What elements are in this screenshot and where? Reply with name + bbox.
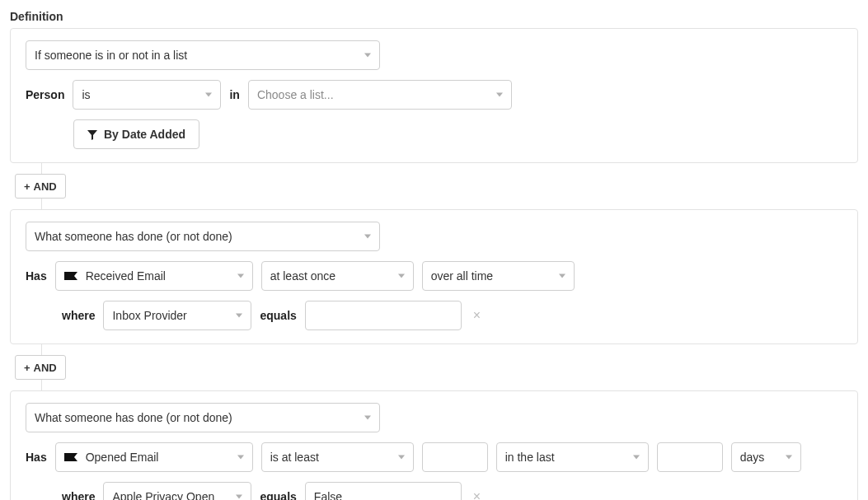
chevron-down-icon [559,274,565,278]
condition-type-label: If someone is in or not in a list [35,49,187,62]
timeframe-label: over all time [431,269,493,283]
where-op: equals [260,309,296,322]
date-filter-label: By Date Added [104,128,185,141]
flag-icon [64,453,77,461]
timeframe-select[interactable]: in the last [496,442,649,472]
where-value-input[interactable]: False [305,482,462,500]
and-label: AND [34,180,57,193]
time-unit-select[interactable]: days [731,442,801,472]
where-field-label: Apple Privacy Open [112,490,214,500]
count-input[interactable] [422,442,488,472]
chevron-down-icon [364,416,371,420]
remove-filter-icon[interactable]: × [470,486,484,500]
where-field-label: Inbox Provider [112,309,186,322]
chevron-down-icon [496,93,503,97]
chevron-down-icon [237,456,244,460]
connector: + AND [10,163,858,209]
condition-type-select[interactable]: What someone has done (or not done) [26,222,380,251]
frequency-label: is at least [270,451,319,464]
frequency-select[interactable]: is at least [261,442,414,472]
chevron-down-icon [633,456,640,460]
metric-select[interactable]: Opened Email [55,442,253,472]
where-value-input[interactable] [305,301,462,330]
chevron-down-icon [237,274,244,278]
condition-block: If someone is in or not in a list Person… [10,28,858,163]
date-filter-button[interactable]: By Date Added [73,119,199,149]
join-word: in [229,88,239,101]
chevron-down-icon [236,495,242,499]
section-title: Definition [10,10,858,23]
and-button[interactable]: + AND [15,174,66,199]
condition-type-label: What someone has done (or not done) [35,411,232,424]
chevron-down-icon [364,235,371,239]
where-field-select[interactable]: Inbox Provider [103,301,251,330]
chevron-down-icon [205,93,212,97]
plus-icon: + [24,180,30,193]
condition-type-select[interactable]: If someone is in or not in a list [26,40,380,70]
chevron-down-icon [398,456,405,460]
chevron-down-icon [236,314,242,318]
remove-filter-icon[interactable]: × [470,305,484,326]
timeframe-label: in the last [505,451,555,464]
subject-label: Has [26,269,47,283]
frequency-select[interactable]: at least once [261,261,414,291]
metric-select[interactable]: Received Email [55,261,253,291]
chevron-down-icon [786,456,792,460]
where-field-select[interactable]: Apple Privacy Open [103,482,251,500]
connector: + AND [10,344,858,390]
condition-type-label: What someone has done (or not done) [35,230,232,243]
frequency-label: at least once [270,269,335,283]
list-select[interactable]: Choose a list... [248,80,512,110]
funnel-icon [87,129,97,139]
time-value-input[interactable] [657,442,723,472]
where-op: equals [260,490,296,500]
condition-block: What someone has done (or not done) Has … [10,390,858,500]
where-value: False [314,490,342,500]
plus-icon: + [24,362,30,374]
operator-label: is [82,88,90,101]
list-placeholder: Choose a list... [257,88,334,101]
subject-label: Has [26,451,47,464]
subject-label: Person [26,88,64,101]
condition-block: What someone has done (or not done) Has … [10,209,858,344]
timeframe-select[interactable]: over all time [422,261,575,291]
flag-icon [64,272,77,280]
condition-type-select[interactable]: What someone has done (or not done) [26,403,380,432]
and-label: AND [34,362,57,374]
and-button[interactable]: + AND [15,355,66,380]
where-label: where [62,309,95,322]
chevron-down-icon [364,54,371,58]
where-label: where [62,490,95,500]
chevron-down-icon [398,274,405,278]
operator-select[interactable]: is [73,80,221,110]
metric-label: Received Email [86,269,166,283]
time-unit-label: days [740,451,765,464]
metric-label: Opened Email [86,451,159,464]
